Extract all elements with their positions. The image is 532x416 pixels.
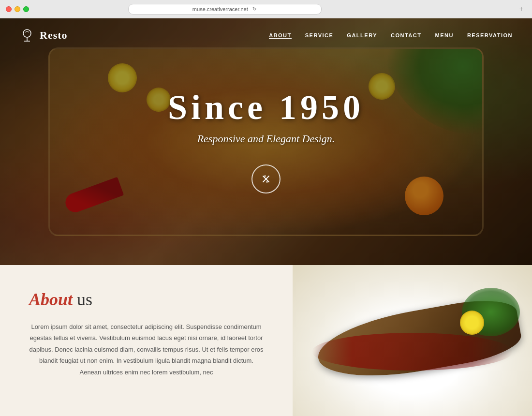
- about-title-normal: us: [73, 290, 92, 309]
- navigation: Resto ABOUT SERVICE GALLERY CONTACT MENU…: [0, 18, 532, 52]
- hero-section: Resto ABOUT SERVICE GALLERY CONTACT MENU…: [0, 18, 532, 265]
- about-section: About us Lorem ipsum dolor sit amet, con…: [0, 265, 532, 416]
- logo-icon: [19, 28, 35, 43]
- traffic-lights: [6, 6, 29, 12]
- nav-service[interactable]: SERVICE: [305, 32, 334, 38]
- nav-menu: ABOUT SERVICE GALLERY CONTACT MENU RESER…: [269, 32, 513, 39]
- hero-subtitle: Responsive and Elegant Design.: [168, 133, 364, 145]
- nav-menu-link[interactable]: MENU: [435, 32, 453, 38]
- logo-text: Resto: [40, 29, 68, 42]
- about-heading: About us: [29, 289, 264, 310]
- logo[interactable]: Resto: [19, 28, 68, 43]
- add-tab-button[interactable]: +: [517, 4, 526, 14]
- about-left-content: About us Lorem ipsum dolor sit amet, con…: [0, 265, 293, 416]
- sauce-drizzle: [312, 333, 513, 371]
- hero-content: Since 1950 Responsive and Elegant Design…: [168, 90, 364, 193]
- nav-gallery[interactable]: GALLERY: [347, 32, 377, 38]
- website-content: Resto ABOUT SERVICE GALLERY CONTACT MENU…: [0, 18, 532, 416]
- browser-chrome: muse.creativerracer.net ↻ +: [0, 0, 532, 18]
- address-bar[interactable]: muse.creativerracer.net ↻: [128, 4, 322, 15]
- nav-about[interactable]: ABOUT: [269, 32, 292, 39]
- nav-contact[interactable]: CONTACT: [391, 32, 421, 38]
- svg-point-6: [266, 181, 268, 183]
- maximize-button[interactable]: [23, 6, 29, 12]
- about-title-colored: About: [29, 290, 73, 309]
- svg-point-0: [23, 30, 31, 37]
- url-text: muse.creativerracer.net: [192, 6, 248, 12]
- refresh-button[interactable]: ↻: [251, 6, 258, 13]
- nav-reservation[interactable]: RESERVATION: [467, 32, 513, 38]
- hero-cta-button[interactable]: [251, 164, 281, 193]
- lemon-garnish: [460, 311, 484, 335]
- about-body-text: Lorem ipsum dolor sit amet, consectetur …: [29, 321, 264, 378]
- close-button[interactable]: [6, 6, 12, 12]
- about-right-image: [293, 265, 532, 416]
- hero-title: Since 1950: [168, 90, 364, 125]
- svg-point-5: [264, 175, 266, 177]
- minimize-button[interactable]: [15, 6, 20, 12]
